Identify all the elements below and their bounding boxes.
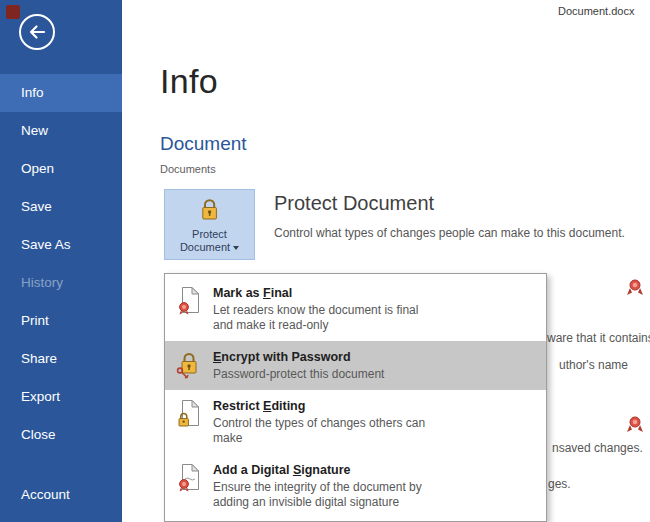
sidebar-item-account[interactable]: Account (0, 476, 122, 514)
protect-section-title: Protect Document (274, 192, 434, 215)
menu-item-title: Encrypt with Password (213, 349, 384, 365)
encrypt-with-password-icon (174, 349, 204, 379)
document-heading: Document (160, 133, 247, 155)
back-button[interactable] (17, 12, 57, 52)
unsaved-changes-fragment: ges. (548, 477, 571, 491)
sidebar-item-close[interactable]: Close (0, 416, 122, 454)
protect-lock-icon (196, 196, 223, 226)
sidebar-item-history: History (0, 264, 122, 302)
document-title: Document.docx (558, 5, 634, 17)
protect-document-button[interactable]: Protect Document (164, 189, 255, 260)
seal-icon-partial (627, 415, 643, 437)
sidebar-nav: Info New Open Save Save As History Print… (0, 74, 122, 454)
protect-button-label: Protect Document (180, 228, 239, 254)
menu-item-title: Add a Digital Signature (213, 462, 459, 478)
restrict-editing-icon (174, 398, 204, 428)
dropdown-caret-icon (233, 246, 239, 250)
back-arrow-icon (17, 12, 57, 52)
sidebar-item-open[interactable]: Open (0, 150, 122, 188)
menu-item-description: Control the types of changes others can … (213, 416, 438, 446)
sidebar-item-share[interactable]: Share (0, 340, 122, 378)
menu-item-title: Restrict Editing (213, 398, 438, 414)
add-digital-signature-icon (174, 462, 204, 492)
menu-item-description: Let readers know the document is final a… (213, 303, 438, 333)
document-path: Documents (160, 163, 216, 175)
menu-item-mark-as-final[interactable]: Mark as Final Let readers know the docum… (165, 277, 546, 341)
seal-icon-partial (627, 278, 643, 300)
menu-item-restrict-editing[interactable]: Restrict Editing Control the types of ch… (165, 390, 546, 454)
protect-document-menu: Mark as Final Let readers know the docum… (164, 273, 547, 522)
manage-description-fragment: nsaved changes. (552, 441, 643, 455)
sidebar-item-print[interactable]: Print (0, 302, 122, 340)
sidebar: Info New Open Save Save As History Print… (0, 0, 122, 522)
menu-item-description: Ensure the integrity of the document by … (213, 480, 459, 510)
menu-item-encrypt-with-password[interactable]: Encrypt with Password Password-protect t… (165, 341, 546, 390)
sidebar-item-save[interactable]: Save (0, 188, 122, 226)
protect-section-description: Control what types of changes people can… (274, 226, 625, 241)
author-bullet-fragment: uthor's name (559, 358, 628, 372)
sidebar-item-export[interactable]: Export (0, 378, 122, 416)
menu-item-description: Password-protect this document (213, 367, 384, 382)
sidebar-item-new[interactable]: New (0, 112, 122, 150)
sidebar-item-info[interactable]: Info (0, 74, 122, 112)
menu-item-add-digital-signature[interactable]: Add a Digital Signature Ensure the integ… (165, 454, 546, 518)
inspect-description-fragment: ware that it contains: (547, 331, 650, 345)
app-icon (6, 5, 20, 19)
menu-item-title: Mark as Final (213, 285, 438, 301)
mark-as-final-icon (174, 285, 204, 315)
page-title: Info (160, 62, 218, 101)
sidebar-item-save-as[interactable]: Save As (0, 226, 122, 264)
word-backstage-info: Document.docx Info New Open Save Save As… (0, 0, 650, 522)
